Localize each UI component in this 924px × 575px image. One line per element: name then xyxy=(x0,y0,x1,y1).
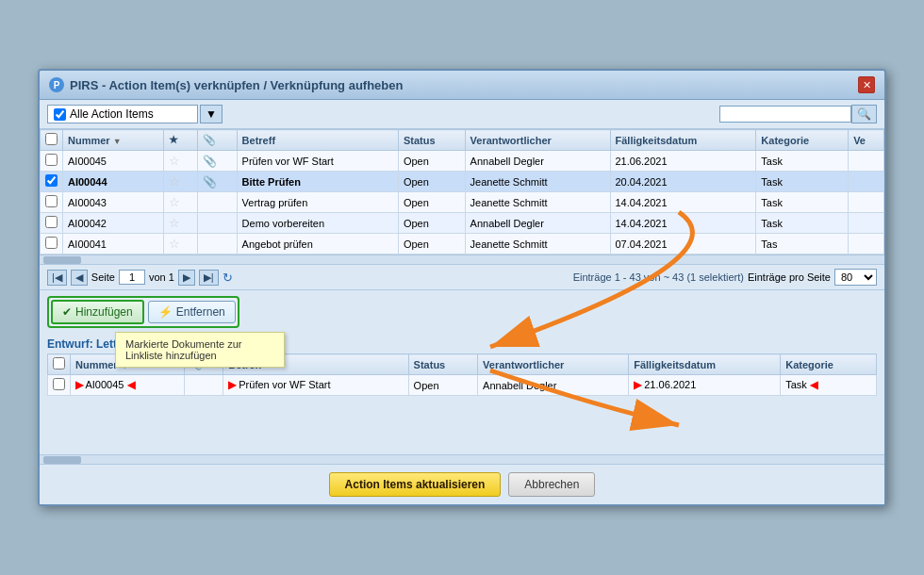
row-status: Open xyxy=(398,213,465,234)
toolbar: Alle Action Items ▼ 🔍 xyxy=(40,100,884,129)
hinzufuegen-button[interactable]: ✔ Hinzufügen xyxy=(51,300,144,324)
update-button[interactable]: Action Items aktualisieren xyxy=(329,472,502,497)
hinzufuegen-icon: ✔ xyxy=(62,305,72,319)
entries-per-page: Einträge pro Seite 80 50 100 xyxy=(748,269,877,286)
lower-scrollbar-h[interactable] xyxy=(40,454,884,464)
lower-row-checkbox[interactable] xyxy=(53,378,65,390)
dialog-title: PIRS - Action Item(s) verknüpfen / Verkn… xyxy=(70,78,403,92)
table-row[interactable]: AI00042 ☆ Demo vorbereiten Open Annabell… xyxy=(41,213,884,234)
star-icon[interactable]: ☆ xyxy=(169,174,180,189)
row-faelligkeit: 07.04.2021 xyxy=(610,234,756,255)
lower-row-clip xyxy=(185,375,223,396)
next-page-button[interactable]: ▶ xyxy=(178,270,195,286)
per-page-select[interactable]: 80 50 100 xyxy=(834,269,877,286)
last-page-button[interactable]: ▶| xyxy=(199,270,219,286)
row-faelligkeit: 14.04.2021 xyxy=(610,192,756,213)
row-nummer: AI00042 xyxy=(63,213,164,234)
search-button[interactable]: 🔍 xyxy=(851,105,877,123)
table-row[interactable]: AI00044 ☆ 📎 Bitte Prüfen Open Jeanette S… xyxy=(41,172,884,192)
pagination-info: Einträge 1 - 43 von ~ 43 (1 selektiert) xyxy=(573,271,744,283)
row-checkbox[interactable] xyxy=(45,174,58,187)
col-status: Status xyxy=(398,130,465,151)
bottom-actions: Action Items aktualisieren Abbrechen xyxy=(40,464,884,504)
search-input[interactable] xyxy=(719,106,851,123)
red-marker-end: ◀ xyxy=(127,379,135,390)
row-ve xyxy=(849,213,884,234)
entfernen-button[interactable]: ⚡ Entfernen xyxy=(148,301,236,323)
row-status: Open xyxy=(398,192,465,213)
row-ve xyxy=(849,234,884,255)
per-page-label: Einträge pro Seite xyxy=(748,271,831,283)
col-faelligkeit: Fälligkeitsdatum xyxy=(610,130,756,151)
select-all-checkbox[interactable] xyxy=(45,133,58,145)
row-ve xyxy=(849,192,884,213)
pagination-bar: |◀ ◀ Seite von 1 ▶ ▶| ↻ Einträge 1 - 43 … xyxy=(40,264,884,290)
row-nummer: AI00041 xyxy=(63,234,164,255)
lower-row-faelligkeit: ▶ 21.06.2021 xyxy=(629,375,781,396)
upper-table: Nummer ▼ ★ 📎 Betreff Status Verantwortli… xyxy=(40,129,884,255)
red-marker-betreff: ▶ xyxy=(228,379,236,390)
row-betreff: Vertrag prüfen xyxy=(237,192,398,213)
close-button[interactable]: ✕ xyxy=(858,76,875,93)
row-verantwortlicher: Annabell Degler xyxy=(465,151,610,172)
upper-scrollbar-h[interactable] xyxy=(40,255,884,264)
first-page-button[interactable]: |◀ xyxy=(47,270,67,286)
lower-col-faelligkeit: Fälligkeitsdatum xyxy=(629,354,781,375)
page-input[interactable] xyxy=(119,270,145,285)
scrollbar-thumb[interactable] xyxy=(43,256,81,264)
sort-arrow-nummer: ▼ xyxy=(113,137,122,146)
row-checkbox[interactable] xyxy=(45,195,58,207)
star-icon[interactable]: ☆ xyxy=(169,195,180,209)
filter-dropdown[interactable]: Alle Action Items ▼ xyxy=(47,105,223,123)
lower-col-verantwortlicher: Verantwortlicher xyxy=(478,354,629,375)
row-kategorie: Tas xyxy=(756,234,849,255)
all-items-checkbox[interactable] xyxy=(54,108,66,121)
clip-icon: 📎 xyxy=(203,175,217,189)
row-verantwortlicher: Jeanette Schmitt xyxy=(465,234,610,255)
prev-page-button[interactable]: ◀ xyxy=(71,270,88,286)
row-nummer: AI00045 xyxy=(63,151,164,172)
lower-col-kategorie: Kategorie xyxy=(781,354,877,375)
row-betreff: Bitte Prüfen xyxy=(237,172,398,192)
row-kategorie: Task xyxy=(756,151,849,172)
row-status: Open xyxy=(398,234,465,255)
table-row[interactable]: ▶ AI00045 ◀ ▶ Prüfen vor WF Start Open A… xyxy=(48,375,877,396)
row-ve xyxy=(849,172,884,192)
row-faelligkeit: 21.06.2021 xyxy=(610,151,756,172)
table-row[interactable]: AI00043 ☆ Vertrag prüfen Open Jeanette S… xyxy=(41,192,884,213)
row-nummer: AI00043 xyxy=(63,192,164,213)
col-kategorie: Kategorie xyxy=(756,130,849,151)
tooltip: Markierte Dokumente zur Linkliste hinzuf… xyxy=(115,332,285,368)
row-checkbox[interactable] xyxy=(45,237,58,249)
row-checkbox[interactable] xyxy=(45,216,58,228)
hinzufuegen-label: Hinzufügen xyxy=(75,305,133,319)
row-verantwortlicher: Annabell Degler xyxy=(465,213,610,234)
col-ve: Ve xyxy=(849,130,884,151)
row-status: Open xyxy=(398,172,465,192)
row-nummer: AI00044 xyxy=(63,172,164,192)
refresh-button[interactable]: ↻ xyxy=(223,271,233,285)
table-row[interactable]: AI00041 ☆ Angebot prüfen Open Jeanette S… xyxy=(41,234,884,255)
row-betreff: Angebot prüfen xyxy=(237,234,398,255)
lower-col-checkbox xyxy=(48,354,71,375)
star-icon[interactable]: ☆ xyxy=(169,216,180,230)
col-nummer: Nummer ▼ xyxy=(63,130,164,151)
action-button-group: ✔ Hinzufügen ⚡ Entfernen xyxy=(47,296,239,328)
lower-empty-area xyxy=(40,398,884,454)
star-icon[interactable]: ☆ xyxy=(169,237,180,251)
table-row[interactable]: AI00045 ☆ 📎 Prüfen vor WF Start Open Ann… xyxy=(41,151,884,172)
lower-scrollbar-thumb[interactable] xyxy=(43,456,81,464)
page-label: Seite xyxy=(91,271,115,283)
col-verantwortlicher: Verantwortlicher xyxy=(465,130,610,151)
upper-table-header: Nummer ▼ ★ 📎 Betreff Status Verantwortli… xyxy=(41,130,884,151)
red-marker-kat: ◀ xyxy=(810,379,817,390)
cancel-button[interactable]: Abbrechen xyxy=(508,472,595,497)
row-checkbox[interactable] xyxy=(45,154,58,166)
row-kategorie: Task xyxy=(756,172,849,192)
lower-select-all[interactable] xyxy=(53,357,65,370)
filter-dropdown-arrow[interactable]: ▼ xyxy=(200,105,223,123)
col-star: ★ xyxy=(164,130,198,151)
star-icon[interactable]: ☆ xyxy=(169,154,180,168)
lower-row-betreff: ▶ Prüfen vor WF Start xyxy=(223,375,408,396)
row-kategorie: Task xyxy=(756,192,849,213)
